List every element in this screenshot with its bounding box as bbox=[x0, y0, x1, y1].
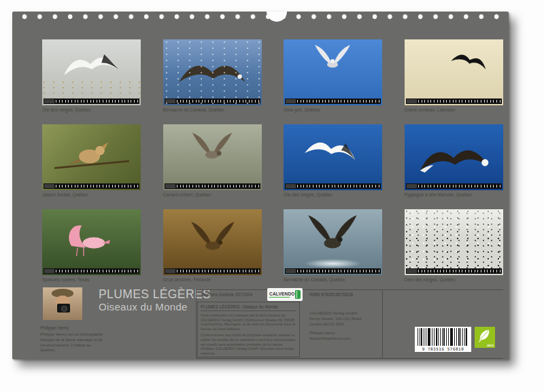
bird-silhouette-icon bbox=[302, 128, 360, 169]
photo-waxwing-on-branch bbox=[42, 124, 141, 190]
barcode-digits: 9 783516 576818 bbox=[418, 346, 469, 351]
photo-gray-jay bbox=[284, 39, 382, 105]
spiral-binding-holes bbox=[22, 14, 499, 20]
photo-canada-goose-flapping bbox=[284, 209, 382, 275]
eco-badge: eco bbox=[475, 327, 495, 348]
copyright-box: PLUMES LÉGÈRES. Oiseaux du Monde Cette p… bbox=[197, 302, 300, 357]
camera-lens-icon bbox=[61, 306, 67, 312]
divider-bottom bbox=[196, 358, 503, 359]
calvendo-wordmark: CALVENDO bbox=[269, 291, 295, 296]
bird-silhouette-icon bbox=[177, 49, 248, 93]
mini-calendar-strip bbox=[285, 183, 381, 189]
eco-label: eco bbox=[488, 343, 494, 347]
photo-mallard bbox=[163, 124, 262, 190]
bird-silhouette-icon bbox=[303, 213, 362, 251]
leaf-icon bbox=[477, 328, 492, 343]
bird-silhouette-icon bbox=[186, 220, 239, 253]
author-name: Philippe Henry bbox=[40, 325, 69, 330]
photo-cell: Bernache du Canada, Québec bbox=[163, 39, 262, 114]
photo-caption: Spatules rosées, Texas bbox=[42, 277, 141, 282]
mini-calendar-strip bbox=[165, 183, 260, 189]
photo-snow-geese-flock bbox=[405, 209, 503, 275]
photo-cell: Pygargue à tête blanche, Québec bbox=[405, 124, 503, 199]
mini-calendar-strip bbox=[165, 268, 260, 274]
photo-bald-eagle bbox=[405, 124, 503, 190]
photo-cell: Oie des neiges, Québec bbox=[42, 39, 141, 114]
photo-cell: Jaseur boréal, Québec bbox=[42, 124, 141, 199]
isbn-barcode: 9 783516 576818 bbox=[415, 327, 471, 352]
publisher-address: CALVENDO Verlag GmbH Kemp House, 152 Cit… bbox=[309, 311, 361, 327]
calendar-subtitle: Oiseaux du Monde bbox=[99, 301, 188, 313]
photo-cell: Spatules rosées, Texas bbox=[42, 209, 141, 284]
barcode-bars bbox=[418, 328, 469, 346]
photo-cell: Oie des neiges, Québec bbox=[284, 124, 382, 199]
photo-caption: Grue cendrée, Finlande bbox=[163, 277, 262, 282]
photo-snow-goose-takeoff bbox=[42, 39, 141, 105]
mini-calendar-strip bbox=[285, 268, 381, 274]
mini-calendar-strip bbox=[44, 99, 139, 104]
mini-calendar-strip bbox=[165, 99, 260, 104]
photo-caption: Oie des neiges, Québec bbox=[42, 107, 141, 112]
mini-calendar-strip bbox=[44, 183, 139, 189]
photographer-contact: Philippe Henry www.philippehenry.com bbox=[309, 331, 350, 341]
hanging-hole-notch bbox=[267, 12, 287, 22]
photo-canada-goose-gliding bbox=[163, 39, 262, 105]
mini-calendar-strip bbox=[285, 99, 381, 104]
photo-raven bbox=[405, 39, 503, 105]
author-portrait bbox=[43, 287, 82, 320]
photo-grid: Oie des neiges, Québec Bernache du Canad… bbox=[42, 39, 503, 284]
copyright-paragraph: Cette publication est protégée par le dr… bbox=[201, 313, 296, 331]
water-splash bbox=[304, 259, 362, 268]
usage-paragraph: Conformément aux droits de propriété exi… bbox=[201, 333, 296, 355]
bird-silhouette-icon bbox=[415, 131, 491, 182]
divider-vertical-left bbox=[196, 289, 197, 358]
photo-cell: Geai gris, Québec bbox=[284, 39, 382, 114]
photo-crane-landing bbox=[163, 209, 262, 275]
photo-cell: Oies des neiges, Québec bbox=[405, 209, 503, 284]
author-bio: Philippe Henry est un photographe frança… bbox=[40, 332, 104, 353]
bird-silhouette-icon bbox=[448, 43, 491, 76]
photo-caption: Canard colvert, Québec bbox=[163, 192, 262, 197]
bird-silhouette-icon bbox=[311, 43, 354, 71]
photo-caption: Bernache du Canada, Québec bbox=[163, 107, 262, 112]
photo-cell: Grand corbeau, Labrador bbox=[405, 39, 503, 114]
mini-calendar-strip bbox=[406, 99, 502, 104]
calvendo-tagline-line bbox=[269, 297, 290, 298]
photo-cell: Grue cendrée, Finlande bbox=[163, 209, 262, 284]
bird-silhouette-icon bbox=[54, 137, 129, 183]
calendar-title: PLUMES LÉGÈRES bbox=[99, 287, 211, 302]
calvendo-book-icon bbox=[295, 290, 301, 299]
photo-caption: Bernache du Canada, Québec bbox=[284, 277, 382, 282]
photo-roseate-spoonbills bbox=[42, 209, 141, 275]
photo-caption: Oies des neiges, Québec bbox=[405, 277, 503, 282]
bird-silhouette-icon bbox=[188, 131, 237, 162]
bird-silhouette-icon bbox=[59, 42, 121, 84]
copyright-box-title: PLUMES LÉGÈRES. Oiseaux du Monde bbox=[201, 304, 296, 311]
photo-caption: Pygargue à tête blanche, Québec bbox=[405, 192, 503, 197]
article-number: Numéro d'article 2072924 bbox=[202, 292, 252, 297]
calvendo-logo: CALVENDO bbox=[267, 288, 303, 301]
divider-vertical-right bbox=[382, 289, 383, 358]
photo-cell: Bernache du Canada, Québec bbox=[284, 209, 382, 284]
photo-caption: Geai gris, Québec bbox=[284, 107, 382, 112]
isbn-number: ISBN 9783516576818 bbox=[309, 292, 353, 297]
mini-calendar-strip bbox=[406, 183, 502, 189]
photo-caption: Oie des neiges, Québec bbox=[284, 192, 382, 197]
photo-caption: Jaseur boréal, Québec bbox=[42, 192, 141, 197]
bird-silhouette-icon bbox=[53, 217, 118, 258]
divider-top bbox=[196, 289, 503, 290]
photo-cell: Canard colvert, Québec bbox=[163, 124, 262, 199]
photo-snow-goose-blue-sky bbox=[284, 124, 382, 190]
mini-calendar-strip bbox=[406, 268, 502, 274]
photo-caption: Grand corbeau, Labrador bbox=[405, 107, 503, 112]
mini-calendar-strip bbox=[44, 268, 139, 274]
calendar-back-cover: Oie des neiges, Québec Bernache du Canad… bbox=[12, 12, 509, 359]
